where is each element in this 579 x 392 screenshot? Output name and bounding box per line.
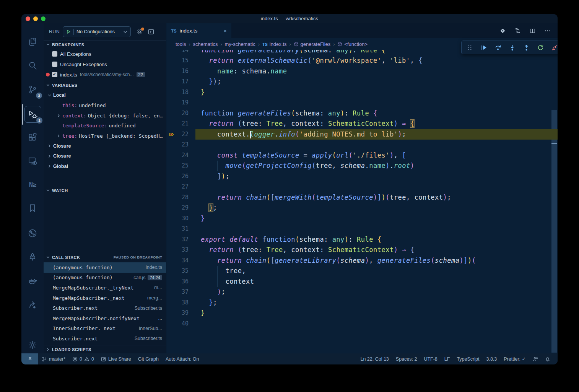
glyph-margin[interactable] bbox=[166, 224, 177, 234]
code-line-15[interactable]: 15 return externalSchematic('@nrwl/works… bbox=[166, 55, 558, 66]
breakpoint-label[interactable]: Uncaught Exceptions bbox=[60, 62, 107, 67]
callstack-frame[interactable]: MergeMapSubscriber._nextmerg... bbox=[44, 293, 166, 303]
code-line-29[interactable]: 29 }; bbox=[166, 203, 558, 213]
code-line-25[interactable]: 25 move(getProjectConfig(tree, schema.na… bbox=[166, 161, 558, 171]
format-diamond-icon[interactable] bbox=[499, 28, 506, 34]
breakpoint-label[interactable]: All Exceptions bbox=[60, 51, 91, 57]
step-into-icon[interactable] bbox=[506, 42, 518, 53]
code-line-20[interactable]: 20function generateFiles(schema: any): R… bbox=[166, 108, 558, 119]
launch-configuration-dropdown[interactable]: No Configurations bbox=[63, 26, 131, 37]
activity-search-icon[interactable] bbox=[24, 57, 41, 73]
callstack-frame[interactable]: InnerSubscriber._nextInnerSub... bbox=[44, 324, 166, 334]
code-line-30[interactable]: 30} bbox=[166, 213, 558, 224]
callstack-frame[interactable]: (anonymous function)call.js74:24 bbox=[44, 273, 166, 283]
frame-name[interactable]: (anonymous function) bbox=[53, 275, 113, 280]
activity-project-share-icon[interactable] bbox=[24, 297, 41, 313]
frame-name[interactable]: MergeMapSubscriber.notifyNext bbox=[53, 316, 140, 321]
status-git-branch[interactable]: master* bbox=[38, 353, 69, 364]
glyph-margin[interactable] bbox=[166, 245, 177, 255]
scope-label[interactable]: Closure bbox=[53, 153, 71, 159]
glyph-margin[interactable] bbox=[166, 55, 177, 66]
callstack-frame[interactable]: Subscriber.nextSubscriber.ts bbox=[44, 333, 166, 344]
activity-git-graph-icon[interactable] bbox=[24, 225, 41, 241]
activity-bookmarks-icon[interactable] bbox=[24, 200, 41, 216]
restart-icon[interactable] bbox=[535, 42, 546, 53]
code-area[interactable]: 14function generateLibrary(schema: any):… bbox=[166, 45, 558, 329]
breakpoint-checkbox[interactable] bbox=[52, 51, 57, 57]
frame-name[interactable]: InnerSubscriber._next bbox=[53, 325, 115, 331]
variable-name[interactable]: context: bbox=[62, 113, 86, 119]
glyph-margin[interactable] bbox=[166, 182, 177, 192]
activity-run-and-debug-icon[interactable]: 1 bbox=[24, 106, 41, 123]
glyph-margin[interactable] bbox=[166, 119, 177, 129]
code-line-32[interactable]: 32export default function(schema: any): … bbox=[166, 234, 558, 245]
scope-label[interactable]: Global bbox=[53, 164, 68, 169]
variable-name[interactable]: tree: bbox=[62, 133, 77, 139]
variable-row[interactable]: tree: HostTree {_backend: ScopedH… bbox=[44, 131, 166, 141]
activity-extensions-icon[interactable] bbox=[24, 129, 41, 145]
code-line-39[interactable]: 39} bbox=[166, 308, 558, 319]
debug-settings-gear-icon[interactable] bbox=[136, 28, 143, 35]
code-line-27[interactable]: 27 bbox=[166, 182, 558, 192]
frame-name[interactable]: Subscriber.next bbox=[53, 336, 98, 342]
breakpoint-row[interactable]: Uncaught Exceptions bbox=[44, 59, 166, 69]
code-line-26[interactable]: 26 ]); bbox=[166, 171, 558, 182]
breadcrumb-item[interactable]: <function> bbox=[337, 41, 368, 47]
activity-explorer-icon[interactable] bbox=[24, 34, 41, 50]
start-debug-icon[interactable] bbox=[66, 29, 71, 34]
code-line-19[interactable]: 19 bbox=[166, 98, 558, 108]
code-line-28[interactable]: 28 return chain([mergeWith(templateSourc… bbox=[166, 192, 558, 203]
status-live-share[interactable]: Live Share bbox=[98, 353, 135, 364]
variable-row[interactable]: templateSource: undefined bbox=[44, 121, 166, 131]
code-line-23[interactable]: 23 bbox=[166, 140, 558, 150]
disconnect-icon[interactable] bbox=[549, 42, 558, 53]
section-watch[interactable]: WATCH bbox=[44, 186, 166, 194]
configuration-name[interactable]: No Configurations bbox=[76, 29, 120, 34]
scope-label[interactable]: Closure bbox=[53, 143, 71, 149]
variable-row[interactable]: Closure bbox=[44, 151, 166, 161]
section-breakpoints[interactable]: BREAKPOINTS bbox=[44, 40, 166, 49]
glyph-margin[interactable] bbox=[166, 76, 177, 87]
glyph-margin[interactable] bbox=[166, 277, 177, 287]
continue-icon[interactable] bbox=[478, 42, 490, 53]
callstack-frame[interactable]: (anonymous function)index.ts bbox=[44, 262, 166, 273]
variable-row[interactable]: context: Object {debug: false, en… bbox=[44, 111, 166, 121]
more-actions-icon[interactable] bbox=[544, 28, 551, 34]
breakpoint-row[interactable]: index.tstools/schematics/my-sch...22 bbox=[44, 70, 166, 80]
code-line-24[interactable]: 24 const templateSource = apply(url('./f… bbox=[166, 150, 558, 161]
code-line-33[interactable]: 33 return (tree: Tree, context: Schemati… bbox=[166, 245, 558, 255]
code-line-34[interactable]: 34 return chain([generateLibrary(schema)… bbox=[166, 255, 558, 266]
glyph-margin[interactable] bbox=[166, 213, 177, 224]
frame-name[interactable]: MergeMapSubscriber._next bbox=[53, 295, 125, 301]
code-line-16[interactable]: 16 name: schema.name bbox=[166, 66, 558, 77]
glyph-margin[interactable] bbox=[166, 298, 177, 308]
breadcrumb-item[interactable]: tools bbox=[176, 41, 186, 47]
tab-label[interactable]: index.ts bbox=[180, 28, 221, 34]
glyph-margin[interactable] bbox=[166, 66, 177, 77]
scope-label[interactable]: Local bbox=[53, 93, 66, 98]
split-editor-icon[interactable] bbox=[529, 28, 536, 34]
status-ts-version[interactable]: 3.8.3 bbox=[483, 353, 500, 364]
section-call-stack[interactable]: CALL STACKPAUSED ON BREAKPOINT bbox=[44, 253, 166, 261]
glyph-margin[interactable] bbox=[166, 203, 177, 213]
callstack-frame[interactable]: Subscriber.nextSubscriber.ts bbox=[44, 303, 166, 313]
code-line-38[interactable]: 38 }; bbox=[166, 298, 558, 308]
callstack-frame[interactable]: MergeMapSubscriber._tryNextm... bbox=[44, 283, 166, 293]
title-bar[interactable]: index.ts — wrkschematics bbox=[21, 14, 558, 23]
breadcrumb-item[interactable]: my-schematic bbox=[225, 41, 255, 47]
tab-index-ts[interactable]: TS index.ts × bbox=[166, 23, 231, 38]
glyph-margin[interactable] bbox=[166, 161, 177, 171]
callstack-frame[interactable]: MergeMapSubscriber.notifyNext... bbox=[44, 313, 166, 324]
code-line-18[interactable]: 18} bbox=[166, 87, 558, 98]
step-out-icon[interactable] bbox=[520, 42, 532, 53]
tab-close-icon[interactable]: × bbox=[224, 28, 227, 34]
status-indentation[interactable]: Spaces: 2 bbox=[392, 353, 421, 364]
section-variables[interactable]: VARIABLES bbox=[44, 81, 166, 89]
frame-name[interactable]: MergeMapSubscriber._tryNext bbox=[53, 285, 133, 291]
code-line-36[interactable]: 36 context bbox=[166, 277, 558, 287]
glyph-margin[interactable] bbox=[166, 98, 177, 108]
status-language-mode[interactable]: TypeScript bbox=[453, 353, 483, 364]
glyph-margin[interactable] bbox=[166, 234, 177, 245]
activity-remote-explorer-icon[interactable] bbox=[24, 153, 41, 169]
status-git-graph[interactable]: Git Graph bbox=[135, 353, 162, 364]
